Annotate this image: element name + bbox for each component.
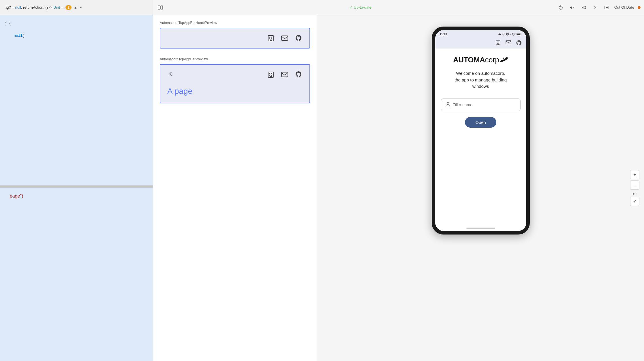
svg-point-21 bbox=[513, 35, 514, 36]
svg-rect-15 bbox=[271, 75, 272, 76]
phone-logo: AUTOMAcorp bbox=[453, 55, 508, 64]
phone-time: 11:10 bbox=[440, 33, 447, 36]
svg-point-19 bbox=[503, 34, 504, 35]
check-icon: ✓ bbox=[350, 5, 353, 10]
svg-rect-3 bbox=[606, 7, 608, 8]
preview1-card bbox=[160, 28, 310, 49]
preview1-label: AutomacorpTopAppBarHomePreview bbox=[160, 21, 310, 25]
code-line: ) { bbox=[5, 21, 148, 27]
svg-rect-5 bbox=[269, 37, 270, 38]
svg-rect-30 bbox=[506, 40, 511, 44]
zoom-expand-button[interactable]: ⤢ bbox=[630, 197, 639, 206]
toggle-panel-button[interactable] bbox=[156, 3, 164, 12]
svg-rect-16 bbox=[270, 76, 272, 77]
top-bar-left bbox=[156, 3, 164, 12]
code-line bbox=[5, 27, 148, 33]
phone-mail-icon[interactable] bbox=[506, 40, 511, 47]
phone-status-bar: 11:10 • bbox=[435, 30, 526, 38]
svg-rect-12 bbox=[269, 73, 270, 74]
top-bar: ✓ Up-to-date bbox=[153, 0, 644, 15]
code-line: null) bbox=[5, 33, 148, 39]
phone-content: AUTOMAcorp Welcome on automacorp,the app… bbox=[435, 49, 526, 225]
zoom-ratio-label: 1:1 bbox=[632, 192, 637, 196]
phone-screen: 11:10 • bbox=[435, 30, 526, 231]
phone-building-icon[interactable] bbox=[495, 40, 501, 47]
github-icon bbox=[294, 34, 303, 42]
preview2-page-title: A page bbox=[160, 84, 309, 103]
code-content-bottom: page") bbox=[0, 188, 153, 361]
svg-rect-17 bbox=[281, 72, 288, 77]
preview2-icons bbox=[267, 70, 303, 79]
svg-rect-25 bbox=[497, 42, 498, 42]
status-indicator: ✓ Up-to-date bbox=[350, 5, 371, 10]
logo-corp: corp bbox=[485, 55, 499, 64]
preview1-topbar bbox=[160, 28, 309, 48]
top-bar-center: ✓ Up-to-date bbox=[167, 5, 554, 10]
svg-rect-10 bbox=[281, 36, 288, 40]
logo-bird-icon bbox=[500, 57, 508, 63]
github-icon-2 bbox=[294, 70, 303, 79]
preview2-topbar bbox=[160, 65, 309, 84]
logo-automa: AUTOMA bbox=[453, 55, 485, 64]
svg-rect-7 bbox=[269, 38, 270, 39]
svg-rect-9 bbox=[270, 40, 272, 41]
cast-button[interactable] bbox=[603, 3, 611, 12]
zoom-controls: + − 1:1 ⤢ bbox=[630, 170, 639, 206]
phone-github-icon[interactable] bbox=[516, 40, 522, 47]
out-of-date-indicator bbox=[638, 6, 641, 9]
svg-rect-13 bbox=[271, 73, 272, 74]
phone-input-container[interactable] bbox=[441, 98, 521, 111]
top-bar-right: Out Of Date bbox=[557, 3, 641, 12]
chevron-up-icon[interactable]: ▲ bbox=[74, 6, 77, 9]
code-content-top: ) { null) bbox=[0, 15, 153, 44]
power-button[interactable] bbox=[557, 3, 565, 12]
svg-rect-29 bbox=[497, 44, 499, 45]
svg-rect-6 bbox=[271, 37, 272, 38]
svg-point-31 bbox=[447, 102, 449, 104]
code-header-text: ng? = null, returnAction: () -> Unit = 2… bbox=[5, 5, 82, 10]
svg-rect-23 bbox=[517, 34, 520, 35]
code-editor-panel: ng? = null, returnAction: () -> Unit = 2… bbox=[0, 0, 153, 361]
mail-icon-2 bbox=[281, 70, 289, 79]
mail-icon bbox=[281, 34, 289, 42]
building-icon bbox=[267, 34, 275, 42]
phone-status-icons: • bbox=[498, 33, 522, 36]
code-snippet: ng? = null, returnAction: () -> Unit = bbox=[5, 5, 63, 10]
home-bar bbox=[466, 228, 495, 229]
person-icon bbox=[445, 102, 450, 108]
zoom-out-button[interactable]: − bbox=[630, 180, 639, 190]
code-editor-header: ng? = null, returnAction: () -> Unit = 2… bbox=[0, 0, 153, 15]
out-of-date-label: Out Of Date bbox=[614, 5, 634, 10]
svg-rect-8 bbox=[271, 38, 272, 39]
volume-up-button[interactable] bbox=[580, 3, 588, 12]
preview1-icons bbox=[267, 34, 303, 42]
svg-rect-0 bbox=[158, 6, 160, 9]
phone-logo-text: AUTOMAcorp bbox=[453, 55, 499, 64]
phone-panel: 11:10 • bbox=[317, 15, 644, 361]
phone-home-indicator bbox=[435, 225, 526, 231]
svg-rect-1 bbox=[161, 6, 163, 9]
preview2-label: AutomacorpTopAppBarPreview bbox=[160, 57, 310, 61]
open-button[interactable]: Open bbox=[465, 117, 496, 128]
svg-rect-28 bbox=[498, 43, 499, 44]
preview-panel: AutomacorpTopAppBarHomePreview bbox=[153, 15, 317, 361]
svg-rect-26 bbox=[498, 42, 499, 42]
phone-app-bar bbox=[435, 38, 526, 49]
warning-badge: 2 bbox=[65, 5, 72, 10]
svg-rect-27 bbox=[497, 43, 498, 44]
status-text: Up-to-date bbox=[354, 5, 371, 10]
code-line: page") bbox=[5, 193, 148, 199]
chevron-right-button[interactable] bbox=[591, 3, 599, 12]
phone-welcome-text: Welcome on automacorp,the app to manage … bbox=[455, 70, 507, 90]
preview2-card: A page bbox=[160, 64, 310, 103]
phone-container: 11:10 • bbox=[432, 27, 530, 235]
volume-down-button[interactable] bbox=[568, 3, 576, 12]
chevron-down-icon[interactable]: ▼ bbox=[79, 6, 82, 9]
back-icon[interactable] bbox=[167, 71, 174, 79]
code-panel-divider bbox=[0, 185, 153, 188]
zoom-in-button[interactable]: + bbox=[630, 170, 639, 179]
building-icon-2 bbox=[267, 70, 275, 79]
name-input[interactable] bbox=[453, 103, 516, 107]
svg-rect-14 bbox=[269, 75, 270, 76]
phone-frame: 11:10 • bbox=[432, 27, 530, 235]
